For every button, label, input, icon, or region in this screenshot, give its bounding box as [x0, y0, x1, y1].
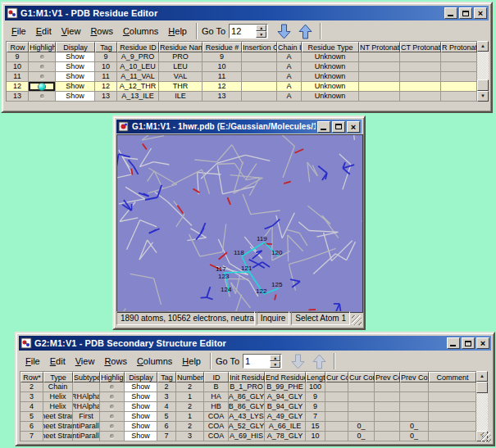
grid-cell[interactable]: LEU	[159, 62, 202, 72]
grid-cell[interactable]: 1	[176, 392, 204, 402]
grid-cell[interactable]: A	[277, 72, 302, 82]
highlight-dot[interactable]	[110, 424, 114, 428]
grid-cell[interactable]	[400, 72, 441, 82]
grid-cell[interactable]: A_66_ILE	[265, 422, 306, 432]
column-header[interactable]: NT Protonated	[359, 42, 400, 52]
scroll-track[interactable]	[476, 382, 488, 431]
grid-cell[interactable]: 2	[176, 422, 204, 432]
scroll-down-button[interactable]: ▼	[477, 91, 489, 102]
grid-cell[interactable]: 9	[7, 52, 29, 62]
grid-cell[interactable]: Show	[125, 402, 157, 412]
scroll-thumb[interactable]	[476, 382, 488, 393]
atom-label[interactable]: 117	[216, 265, 226, 273]
column-header[interactable]: Type	[43, 372, 73, 382]
grid-cell[interactable]	[29, 52, 56, 62]
highlight-dot[interactable]	[40, 75, 44, 79]
column-header[interactable]: R Protonated	[441, 42, 477, 52]
grid-cell[interactable]: 10	[7, 62, 29, 72]
go-down-button[interactable]	[287, 352, 308, 370]
grid-cell[interactable]: Show	[56, 72, 95, 82]
spin-down-button[interactable]: ▼	[270, 361, 280, 368]
grid-cell[interactable]: 9	[95, 52, 117, 62]
grid-cell[interactable]: First	[73, 412, 100, 422]
atom-label[interactable]: 122	[256, 287, 267, 295]
scroll-up-button[interactable]: ▲	[476, 371, 488, 382]
grid-cell[interactable]: Show	[125, 392, 157, 402]
grid-cell[interactable]	[242, 92, 277, 102]
grid-cell[interactable]: Show	[56, 92, 95, 102]
grid-cell[interactable]: B	[204, 382, 229, 392]
secondary-editor-titlebar[interactable]: G2:M1:V1 - PDB Secondary Structure Edito…	[19, 336, 491, 351]
grid-cell[interactable]	[73, 382, 100, 392]
grid-cell[interactable]: HA	[204, 392, 229, 402]
grid-cell[interactable]: 1	[176, 412, 204, 422]
grid-cell[interactable]: A_49_GLY	[265, 412, 306, 422]
column-header[interactable]: Display	[125, 372, 157, 382]
grid-cell[interactable]: 9	[306, 392, 325, 402]
column-header[interactable]: Residue #	[202, 42, 242, 52]
grid-cell[interactable]: 100	[306, 382, 325, 392]
close-button[interactable]: ×	[476, 337, 489, 349]
grid-cell[interactable]: 2	[157, 382, 176, 392]
grid-cell[interactable]	[441, 82, 477, 92]
column-header[interactable]: Length	[306, 372, 325, 382]
grid-cell[interactable]: Helix	[43, 402, 73, 412]
grid-cell[interactable]	[429, 422, 476, 432]
spin-up-button[interactable]: ▲	[256, 25, 266, 31]
grid-cell[interactable]: A_52_GLY	[229, 422, 265, 432]
grid-cell[interactable]: 9	[202, 52, 242, 62]
grid-cell[interactable]: 13	[95, 92, 117, 102]
grid-cell[interactable]: A_94_GLY	[265, 392, 306, 402]
grid-cell[interactable]	[29, 62, 56, 72]
grid-cell[interactable]	[400, 62, 441, 72]
column-header[interactable]: Row*	[20, 372, 43, 382]
grid-cell[interactable]: 12	[202, 82, 242, 92]
grid-cell[interactable]	[325, 422, 348, 432]
highlight-dot[interactable]	[110, 385, 114, 389]
grid-cell[interactable]	[359, 72, 400, 82]
grid-cell[interactable]	[375, 422, 400, 432]
grid-cell[interactable]: Show	[125, 412, 157, 422]
grid-cell[interactable]: 0_	[348, 422, 375, 432]
menu-item-view[interactable]: View	[71, 355, 100, 368]
grid-cell[interactable]	[400, 92, 441, 102]
grid-cell[interactable]: 13	[202, 92, 242, 102]
grid-cell[interactable]: AntiParallel	[73, 422, 100, 432]
grid-cell[interactable]	[348, 412, 375, 422]
grid-cell[interactable]	[375, 412, 400, 422]
grid-cell[interactable]: 10	[95, 62, 117, 72]
grid-cell[interactable]	[359, 82, 400, 92]
grid-cell[interactable]	[100, 382, 125, 392]
goto-input[interactable]	[230, 25, 256, 38]
highlight-dot[interactable]	[110, 395, 114, 399]
molecule-canvas[interactable]: 117118119120121122123124125	[117, 135, 362, 312]
grid-cell[interactable]: 7	[306, 412, 325, 422]
grid-cell[interactable]	[29, 82, 56, 92]
resize-grip[interactable]	[481, 432, 491, 442]
column-header[interactable]: End Residue ID	[265, 372, 306, 382]
grid-cell[interactable]: Show	[56, 52, 95, 62]
close-button[interactable]: ×	[347, 121, 360, 133]
highlight-dot[interactable]	[40, 55, 44, 59]
grid-cell[interactable]: Show	[125, 382, 157, 392]
grid-cell[interactable]: A	[277, 82, 302, 92]
grid-cell[interactable]	[100, 402, 125, 412]
grid-cell[interactable]: 11	[202, 72, 242, 82]
highlight-dot[interactable]	[39, 84, 45, 90]
column-header[interactable]: Residue Name	[159, 42, 202, 52]
column-header[interactable]: Prev Conn R	[400, 372, 429, 382]
grid-cell[interactable]	[325, 392, 348, 402]
grid-cell[interactable]	[325, 382, 348, 392]
grid-cell[interactable]	[400, 392, 429, 402]
grid-cell[interactable]: B_94_GLY	[265, 402, 306, 412]
grid-cell[interactable]	[429, 412, 476, 422]
grid-cell[interactable]: 3	[20, 392, 43, 402]
column-header[interactable]: Tag	[157, 372, 176, 382]
grid-cell[interactable]: PRO	[159, 52, 202, 62]
grid-cell[interactable]: RHAlpha	[73, 392, 100, 402]
menu-item-columns[interactable]: Columns	[132, 355, 177, 368]
grid-cell[interactable]	[441, 92, 477, 102]
grid-cell[interactable]: B_86_GLY	[229, 402, 265, 412]
grid-cell[interactable]	[441, 52, 477, 62]
grid-cell[interactable]	[429, 402, 476, 412]
